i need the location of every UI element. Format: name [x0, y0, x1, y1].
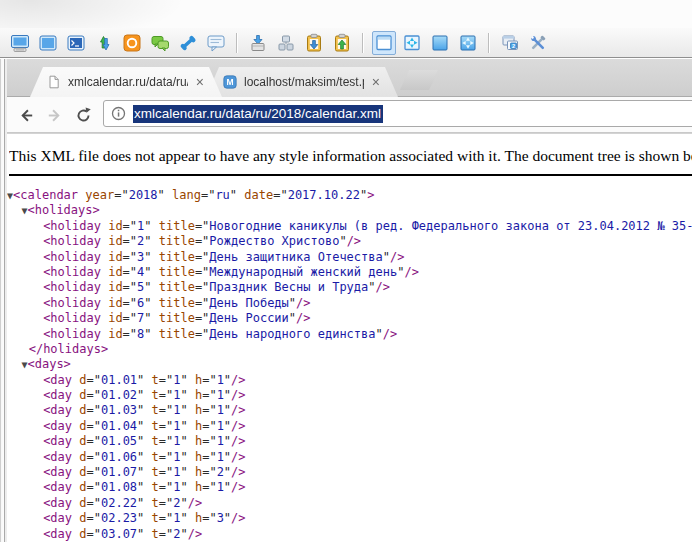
- attr-name-token: d: [79, 527, 86, 541]
- shutdown-icon[interactable]: [120, 31, 144, 55]
- attr-value-token: День России: [209, 311, 288, 325]
- file-transfer-icon[interactable]: [92, 31, 116, 55]
- punct-token: ": [144, 280, 151, 294]
- attr-value-token: День народного единства: [209, 327, 375, 341]
- xml-line: <day d="02.22" t="2"/>: [7, 496, 692, 511]
- tag-token: />: [231, 419, 245, 433]
- xml-line: ▼<calendar year="2018" lang="ru" date="2…: [7, 188, 692, 203]
- view-fit-window-icon[interactable]: [400, 31, 424, 55]
- attr-value-token: 03.07: [101, 527, 137, 541]
- send-message-icon[interactable]: [204, 31, 228, 55]
- import-box-icon[interactable]: [246, 31, 270, 55]
- tag-token: <holiday: [43, 250, 101, 264]
- attr-name-token: title: [159, 234, 195, 248]
- punct-token: ": [144, 311, 151, 325]
- view-normal-window-icon[interactable]: [372, 31, 396, 55]
- info-icon[interactable]: [111, 106, 126, 121]
- clipboard-set-icon[interactable]: [330, 31, 354, 55]
- attr-name-token: title: [159, 327, 195, 341]
- text-chat-icon[interactable]: [148, 31, 172, 55]
- tag-token: />: [390, 250, 404, 264]
- attr-value-token: 1: [217, 450, 224, 464]
- punct-token: =": [195, 327, 209, 341]
- launcher-toolbar: 2: [0, 28, 692, 58]
- attr-value-token: 01.03: [101, 403, 137, 417]
- punct-token: =": [123, 219, 137, 233]
- punct-token: ": [224, 480, 231, 494]
- attr-name-token: t: [152, 434, 159, 448]
- attr-value-token: 01.07: [101, 465, 137, 479]
- tag-token: />: [231, 480, 245, 494]
- attr-value-token: 01.04: [101, 419, 137, 433]
- close-icon[interactable]: ×: [372, 75, 380, 89]
- reload-button[interactable]: [72, 104, 94, 126]
- punct-token: =": [123, 280, 137, 294]
- back-button[interactable]: [15, 104, 37, 126]
- browser-window: xmlcalendar.ru/data/ru/201 × M localhost…: [0, 59, 692, 542]
- duplicate-badge: 2: [512, 42, 515, 48]
- view-fit-fullscreen-icon[interactable]: [456, 31, 480, 55]
- view-fullscreen-icon[interactable]: [428, 31, 452, 55]
- punct-token: ": [137, 403, 144, 417]
- voice-chat-icon[interactable]: [176, 31, 200, 55]
- tools-icon[interactable]: [526, 31, 550, 55]
- punct-token: ": [180, 465, 187, 479]
- xml-line: <day d="01.06" t="1" h="1"/>: [7, 450, 692, 465]
- punct-token: ": [224, 388, 231, 402]
- attr-value-token: 1: [217, 388, 224, 402]
- tag-token: <day: [43, 480, 72, 494]
- duplicate-window-icon[interactable]: 2: [498, 31, 522, 55]
- punct-token: ": [383, 250, 390, 264]
- punct-token: ": [144, 250, 151, 264]
- toolbar-separator: [362, 33, 364, 53]
- xml-line: <holiday id="5" title="Праздник Весны и …: [7, 280, 692, 295]
- tag-token: <day: [43, 496, 72, 510]
- punct-token: ": [224, 373, 231, 387]
- punct-token: ": [137, 388, 144, 402]
- tag-token: />: [231, 434, 245, 448]
- attr-name-token: title: [159, 311, 195, 325]
- tab-xmlcalendar[interactable]: xmlcalendar.ru/data/ru/201 ×: [30, 67, 222, 97]
- attr-value-token: 01.02: [101, 388, 137, 402]
- forward-button[interactable]: [43, 104, 65, 126]
- close-icon[interactable]: ×: [196, 75, 204, 89]
- punct-token: ": [137, 511, 144, 525]
- tag-token: <day: [43, 527, 72, 541]
- tag-token: />: [188, 527, 202, 541]
- punct-token: =": [202, 419, 216, 433]
- tag-token: <day: [43, 450, 72, 464]
- xml-line: <day d="01.03" t="1" h="1"/>: [7, 403, 692, 418]
- attr-name-token: id: [108, 250, 122, 264]
- xml-line: <holiday id="6" title="День Победы"/>: [7, 296, 692, 311]
- xml-notice: This XML file does not appear to have an…: [9, 147, 692, 165]
- punct-token: =": [87, 419, 101, 433]
- punct-token: ": [144, 265, 151, 279]
- attr-name-token: d: [79, 419, 86, 433]
- closing-tag-token: </holidays>: [29, 342, 108, 356]
- terminal-icon[interactable]: [64, 31, 88, 55]
- xml-line: <holiday id="3" title="День защитника От…: [7, 250, 692, 265]
- components-grid-icon[interactable]: [274, 31, 298, 55]
- punct-token: =": [195, 250, 209, 264]
- attr-name-token: d: [79, 403, 86, 417]
- omnibox[interactable]: xmlcalendar.ru/data/ru/2018/calendar.xml: [103, 100, 692, 127]
- attr-value-token: 3: [217, 511, 224, 525]
- new-tab-button[interactable]: [400, 70, 438, 90]
- attr-name-token: title: [159, 250, 195, 264]
- remote-screen-control-icon[interactable]: [8, 31, 32, 55]
- attr-value-token: Праздник Весны и Труда: [209, 280, 368, 294]
- tag-token: >: [93, 203, 100, 217]
- view-only-monitor-icon[interactable]: [36, 31, 60, 55]
- back-arrow-icon: [17, 106, 36, 125]
- attr-name-token: t: [152, 496, 159, 510]
- attr-name-token: title: [159, 280, 195, 294]
- punct-token: =": [123, 296, 137, 310]
- attr-name-token: t: [152, 373, 159, 387]
- xml-line: <holiday id="2" title="Рождество Христов…: [7, 234, 692, 249]
- punct-token: =": [202, 480, 216, 494]
- clipboard-get-icon[interactable]: [302, 31, 326, 55]
- tab-title: localhost/maksim/test.php: [244, 75, 364, 89]
- punct-token: ": [137, 450, 144, 464]
- punct-token: ": [137, 465, 144, 479]
- tab-localhost[interactable]: M localhost/maksim/test.php ×: [206, 67, 398, 97]
